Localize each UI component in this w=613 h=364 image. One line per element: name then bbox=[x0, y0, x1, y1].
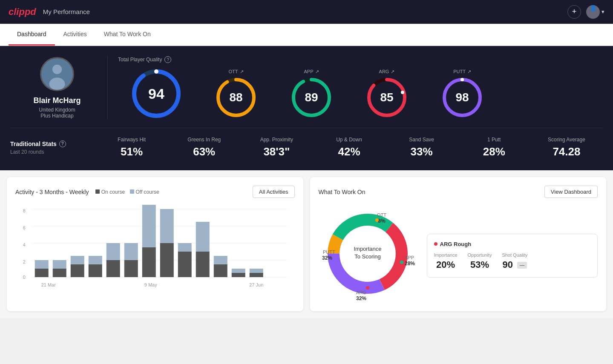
svg-rect-37 bbox=[124, 243, 138, 260]
svg-rect-39 bbox=[142, 205, 156, 247]
avatar bbox=[40, 57, 74, 91]
svg-text:PUTT: PUTT bbox=[323, 249, 335, 255]
tab-what-to-work-on[interactable]: What To Work On bbox=[95, 24, 159, 46]
work-on-content: Importance To Scoring OTT 8% APP 28% ARG… bbox=[319, 205, 598, 303]
all-activities-button[interactable]: All Activities bbox=[253, 186, 295, 198]
metric-opportunity: Opportunity 53% bbox=[468, 252, 492, 270]
activity-chart-card: Activity - 3 Months - Weekly On course O… bbox=[7, 177, 303, 311]
header-right: + 👤 ▾ bbox=[567, 5, 604, 19]
stats-sub: Last 20 rounds bbox=[10, 149, 95, 155]
hero-section: Blair McHarg United Kingdom Plus Handica… bbox=[0, 46, 613, 170]
legend-on-course: On course bbox=[95, 189, 125, 195]
svg-text:OTT: OTT bbox=[377, 212, 386, 218]
svg-text:4: 4 bbox=[23, 242, 26, 247]
svg-rect-43 bbox=[178, 243, 192, 252]
stats-label-group: Traditional Stats ? Last 20 rounds bbox=[10, 140, 95, 155]
svg-point-71 bbox=[400, 261, 403, 264]
svg-rect-30 bbox=[71, 264, 84, 277]
svg-rect-31 bbox=[71, 256, 84, 264]
arg-value: 85 bbox=[380, 91, 393, 104]
svg-point-70 bbox=[375, 218, 379, 222]
putt-circle: 98 bbox=[441, 76, 483, 119]
work-on-title: What To Work On bbox=[319, 189, 365, 195]
logo: clippd bbox=[9, 6, 36, 17]
putt-value: 98 bbox=[455, 91, 469, 104]
svg-text:0: 0 bbox=[23, 275, 26, 280]
stat-up-down: Up & Down 42% bbox=[313, 137, 385, 158]
putt-score-item: PUTT↗ 98 bbox=[428, 69, 496, 119]
stat-scoring: Scoring Average 74.28 bbox=[530, 137, 603, 158]
svg-rect-47 bbox=[214, 256, 227, 264]
svg-point-73 bbox=[332, 261, 335, 264]
metric-dot bbox=[434, 242, 437, 246]
donut-svg: Importance To Scoring OTT 8% APP 28% ARG… bbox=[319, 205, 417, 303]
player-info: Blair McHarg United Kingdom Plus Handica… bbox=[10, 56, 104, 119]
add-button[interactable]: + bbox=[567, 5, 581, 19]
svg-text:9 May: 9 May bbox=[144, 282, 157, 287]
view-dashboard-button[interactable]: View Dashboard bbox=[544, 186, 598, 198]
metric-importance: Importance 20% bbox=[434, 252, 458, 270]
arg-label: ARG↗ bbox=[379, 69, 395, 75]
ott-value: 88 bbox=[229, 91, 242, 104]
tab-dashboard[interactable]: Dashboard bbox=[9, 24, 55, 46]
svg-text:8%: 8% bbox=[378, 218, 386, 224]
svg-rect-41 bbox=[160, 209, 174, 243]
svg-rect-42 bbox=[178, 252, 192, 277]
player-handicap: Plus Handicap bbox=[40, 113, 73, 119]
chart-legend: On course Off course bbox=[95, 189, 159, 195]
svg-rect-29 bbox=[53, 260, 66, 269]
player-country: United Kingdom bbox=[39, 107, 75, 113]
svg-rect-48 bbox=[232, 273, 245, 277]
score-circles: 94 OTT↗ 88 bbox=[118, 68, 596, 119]
svg-rect-36 bbox=[124, 260, 138, 277]
svg-text:32%: 32% bbox=[322, 255, 332, 261]
svg-rect-45 bbox=[196, 222, 210, 252]
chart-area: 8 6 4 2 0 bbox=[15, 205, 295, 290]
svg-rect-51 bbox=[250, 269, 263, 273]
svg-text:32%: 32% bbox=[356, 295, 366, 301]
total-score-item: 94 bbox=[118, 68, 195, 119]
svg-point-5 bbox=[154, 69, 158, 74]
stat-fairways: Fairways Hit 51% bbox=[95, 137, 168, 158]
vertical-divider bbox=[107, 56, 108, 119]
svg-rect-40 bbox=[160, 243, 174, 277]
shot-quality-badge: — bbox=[517, 262, 527, 269]
metric-card-title: ARG Rough bbox=[434, 241, 591, 247]
svg-text:2: 2 bbox=[23, 259, 26, 264]
svg-point-1 bbox=[52, 64, 62, 74]
putt-label: PUTT↗ bbox=[453, 69, 471, 75]
app-header: clippd My Performance + 👤 ▾ bbox=[0, 0, 613, 24]
nav-tabs: Dashboard Activities What To Work On bbox=[0, 24, 613, 46]
tab-activities[interactable]: Activities bbox=[55, 24, 95, 46]
svg-rect-27 bbox=[35, 260, 49, 269]
svg-text:6: 6 bbox=[23, 225, 26, 230]
ott-circle: 88 bbox=[215, 76, 257, 119]
svg-rect-35 bbox=[106, 243, 120, 260]
svg-point-12 bbox=[401, 91, 404, 94]
svg-point-2 bbox=[49, 77, 65, 90]
app-value: 89 bbox=[305, 91, 318, 104]
metric-row: Importance 20% Opportunity 53% Shot Qual… bbox=[434, 252, 591, 270]
help-icon[interactable]: ? bbox=[59, 140, 66, 147]
svg-rect-38 bbox=[142, 247, 156, 277]
scores-section: Total Player Quality ? 94 bbox=[111, 56, 603, 119]
chevron-down-icon: ▾ bbox=[601, 9, 604, 15]
stat-proximity: App. Proximity 38'3" bbox=[240, 137, 313, 158]
header-left: clippd My Performance bbox=[9, 6, 90, 17]
app-circle: 89 bbox=[290, 76, 333, 119]
header-title: My Performance bbox=[43, 8, 90, 15]
svg-point-15 bbox=[460, 78, 464, 81]
avatar-button[interactable]: 👤 ▾ bbox=[586, 5, 604, 19]
help-icon[interactable]: ? bbox=[164, 56, 171, 63]
svg-text:ARG: ARG bbox=[356, 290, 366, 295]
off-course-dot bbox=[130, 189, 134, 194]
svg-rect-49 bbox=[232, 269, 245, 273]
arg-circle: 85 bbox=[365, 76, 408, 119]
svg-rect-50 bbox=[250, 273, 263, 277]
avatar: 👤 bbox=[586, 5, 600, 19]
metric-shot-quality: Shot Quality 90 — bbox=[502, 252, 527, 270]
app-label: APP↗ bbox=[304, 69, 319, 75]
total-quality-value: 94 bbox=[148, 86, 164, 102]
svg-text:APP: APP bbox=[405, 255, 414, 260]
donut-chart: Importance To Scoring OTT 8% APP 28% ARG… bbox=[319, 205, 417, 303]
